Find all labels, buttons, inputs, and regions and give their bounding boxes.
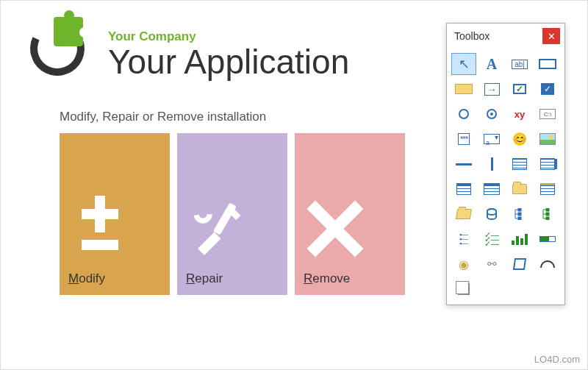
toolbox-panel[interactable]: Toolbox ✕ ↖ A ab| → ✓ ✓ xy C:\ *** a [446,23,565,305]
folder-icon [512,184,527,194]
copy-tool[interactable] [451,278,476,300]
tree-checked-icon [541,208,554,220]
tree-icon [513,208,526,220]
commandline-tool[interactable]: C:\ [535,103,560,125]
radio-empty-tool[interactable] [451,103,476,125]
checklist-green-tool[interactable]: ✓—✓—✓— [479,228,504,250]
rect-fill-icon [455,84,473,94]
listview-detail-icon [484,183,500,195]
toolbox-grid: ↖ A ab| → ✓ ✓ xy C:\ *** a ▪—▪—▪— ✓—✓—✓—… [447,49,564,305]
svg-rect-7 [546,208,549,211]
box3d-tool[interactable] [507,253,532,275]
x-icon [302,196,368,262]
close-icon: ✕ [548,31,556,42]
textbox-icon: ab| [512,60,528,69]
app-logo [30,21,96,88]
radio-selected-icon [487,109,497,119]
listview-tool[interactable] [451,178,476,200]
pointer-tool[interactable]: ↖ [451,53,476,75]
chain-link-icon: ⚯ [487,257,497,271]
toolbox-close-button[interactable]: ✕ [542,28,560,44]
arc-tool[interactable] [535,253,560,275]
box3d-icon [513,258,526,270]
folder-open-icon [456,209,472,219]
tree-tool[interactable] [507,203,532,225]
checkbox-filled-icon: ✓ [541,83,554,95]
picturebox-tool[interactable] [535,128,560,150]
radio-selected-tool[interactable] [479,103,504,125]
chart-tool[interactable] [507,228,532,250]
link-tool[interactable]: ⚯ [479,253,504,275]
database-icon [487,208,497,220]
listview-detail-tool[interactable] [479,178,504,200]
cmd-icon: C:\ [539,109,556,119]
database-tool[interactable] [479,203,504,225]
modify-tile[interactable]: Modify [60,133,170,295]
repair-label: Repair [186,271,223,286]
vline-tool[interactable] [479,153,504,175]
folder-list-tool[interactable] [535,178,560,200]
puzzle-piece-icon [54,17,83,46]
plusminus-icon [67,196,133,262]
password-tool[interactable]: *** [451,128,476,150]
checklist-green-icon: ✓—✓—✓— [484,232,499,246]
combobox-icon: a [484,134,500,144]
modify-label: Modify [68,271,105,286]
folder-tool[interactable] [507,178,532,200]
tree-checked-tool[interactable] [535,203,560,225]
svg-rect-9 [546,217,549,220]
svg-rect-5 [518,213,521,216]
checkbox-icon: ✓ [513,84,526,94]
folder-list-icon [540,183,555,195]
picture-icon [539,133,556,145]
svg-point-1 [196,207,209,221]
remove-tile[interactable]: Remove [295,133,405,295]
folder-open-tool[interactable] [451,203,476,225]
progress-tool[interactable] [535,228,560,250]
hline-tool[interactable] [451,153,476,175]
hyperlink-tool[interactable]: xy [507,103,532,125]
checkbox-checked-tool[interactable]: ✓ [535,78,560,100]
tools-icon [184,196,251,262]
svg-rect-4 [518,208,521,211]
password-stars-icon: *** [458,133,470,145]
pin-icon: ◉ [459,257,469,271]
svg-rect-8 [546,213,549,216]
company-label: Your Company [108,29,349,44]
listbox-scroll-tool[interactable] [535,153,560,175]
listbox-scroll-icon [540,158,555,170]
label-tool[interactable]: A [479,53,504,75]
xy-text-icon: xy [514,109,525,120]
svg-rect-0 [213,202,237,235]
arrow-right-icon: → [484,83,500,96]
radio-empty-icon [459,109,469,119]
app-title: Your Application [108,44,349,79]
remove-label: Remove [304,271,350,286]
hline-icon [456,163,472,166]
image-tool[interactable] [507,128,532,150]
checkbox-tool[interactable]: ✓ [507,78,532,100]
watermark-text: LO4D.com [534,354,580,365]
button-tool[interactable]: → [479,78,504,100]
toolbox-titlebar[interactable]: Toolbox ✕ [447,24,564,49]
checklist-icon: ▪—▪—▪— [459,232,468,246]
panel-tool[interactable] [535,53,560,75]
svg-rect-6 [518,217,521,220]
bar-chart-icon [512,233,528,245]
listbox-tool[interactable] [507,153,532,175]
smiley-icon [513,132,526,146]
textbox-tool[interactable]: ab| [507,53,532,75]
checklist-tool[interactable]: ▪—▪—▪— [451,228,476,250]
pin-tool[interactable]: ◉ [451,253,476,275]
progress-icon [539,236,556,242]
text-A-icon: A [487,56,497,73]
groupbox-tool[interactable] [451,78,476,100]
listview-icon [456,183,471,195]
arc-icon [540,260,555,268]
cursor-icon: ↖ [459,56,470,72]
listbox-icon [512,158,527,170]
toolbox-title-text: Toolbox [454,30,490,42]
copy-icon [458,283,470,295]
combobox-tool[interactable]: a [479,128,504,150]
repair-tile[interactable]: Repair [177,133,287,295]
